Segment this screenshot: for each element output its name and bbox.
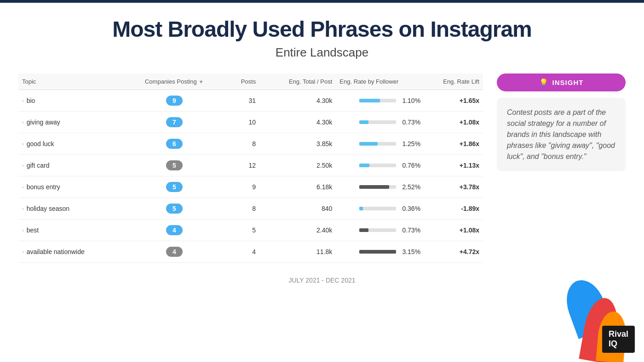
topic-label: giving away: [27, 119, 60, 126]
eng-bar-container: [359, 142, 396, 146]
posts-value: 31: [213, 90, 259, 112]
eng-rate-cell: 1.25%: [339, 140, 420, 147]
eng-total-value: 840: [259, 198, 336, 220]
sort-icon: ▼: [199, 79, 204, 85]
eng-bar-container: [359, 207, 396, 210]
rival-iq-logo: Rival IQ: [602, 326, 635, 353]
data-table: Topic Companies Posting ▼ Posts Eng. Tot…: [18, 74, 483, 263]
eng-bar-fill: [359, 120, 368, 124]
topic-label: available nationwide: [27, 248, 85, 255]
col-header-eng-total: Eng. Total / Post: [259, 74, 336, 90]
eng-lift-value: +1.08x: [424, 220, 483, 241]
table-row[interactable]: › giving away 7104.30k 0.73% +1.08x: [18, 112, 483, 133]
row-chevron[interactable]: ›: [22, 249, 24, 255]
eng-total-value: 6.18k: [259, 176, 336, 198]
main-content: Most Broadly Used Phrases on Instagram E…: [0, 3, 644, 293]
companies-badge: 5: [166, 204, 183, 214]
row-chevron[interactable]: ›: [22, 184, 24, 190]
eng-rate-value: 0.73%: [400, 119, 420, 126]
eng-rate-value: 0.73%: [400, 226, 420, 234]
posts-value: 8: [213, 198, 259, 220]
col-header-eng-rate: Eng. Rate by Follower: [336, 74, 424, 90]
companies-badge: 4: [166, 247, 183, 257]
footer-date: JULY 2021 - DEC 2021: [18, 277, 626, 284]
col-header-companies[interactable]: Companies Posting ▼: [136, 74, 213, 90]
eng-bar-container: [359, 185, 396, 189]
insight-panel: 💡 INSIGHT Contest posts are a part of th…: [497, 74, 626, 171]
eng-bar-fill: [359, 185, 389, 189]
eng-total-value: 2.50k: [259, 155, 336, 176]
table-row[interactable]: › good luck 683.85k 1.25% +1.86x: [18, 133, 483, 155]
row-chevron[interactable]: ›: [22, 227, 24, 233]
eng-total-value: 4.30k: [259, 90, 336, 112]
posts-value: 9: [213, 176, 259, 198]
col-header-eng-lift: Eng. Rate Lift: [424, 74, 483, 90]
bulb-icon: 💡: [539, 78, 549, 87]
companies-badge: 9: [166, 96, 183, 106]
table-row[interactable]: › bio 9314.30k 1.10% +1.65x: [18, 90, 483, 112]
table-row[interactable]: › best 452.40k 0.73% +1.08x: [18, 220, 483, 241]
col-header-posts: Posts: [213, 74, 259, 90]
eng-lift-value: +1.08x: [424, 112, 483, 133]
eng-bar-container: [359, 120, 396, 124]
col-header-topic: Topic: [18, 74, 136, 90]
row-chevron[interactable]: ›: [22, 119, 24, 125]
insight-badge: 💡 INSIGHT: [497, 74, 626, 91]
eng-bar-fill: [359, 142, 378, 146]
eng-bar-container: [359, 228, 396, 232]
table-row[interactable]: › holiday season 58840 0.36% -1.89x: [18, 198, 483, 220]
eng-bar-container: [359, 250, 396, 254]
eng-bar-container: [359, 99, 396, 102]
eng-total-value: 11.8k: [259, 241, 336, 263]
eng-rate-cell: 2.52%: [339, 183, 420, 191]
eng-bar-fill: [359, 250, 396, 254]
eng-lift-value: +1.65x: [424, 90, 483, 112]
posts-value: 10: [213, 112, 259, 133]
companies-badge: 4: [166, 225, 183, 235]
eng-total-value: 3.85k: [259, 133, 336, 155]
table-row[interactable]: › gift card 5122.50k 0.76% +1.13x: [18, 155, 483, 176]
table-row[interactable]: › available nationwide 4411.8k 3.15% +4.…: [18, 241, 483, 263]
posts-value: 8: [213, 133, 259, 155]
eng-lift-value: +3.78x: [424, 176, 483, 198]
insight-text: Contest posts are a part of the social s…: [507, 107, 615, 162]
posts-value: 5: [213, 220, 259, 241]
eng-lift-value: +1.86x: [424, 133, 483, 155]
eng-rate-value: 1.25%: [400, 140, 420, 147]
eng-total-value: 4.30k: [259, 112, 336, 133]
eng-rate-cell: 3.15%: [339, 248, 420, 255]
page-title: Most Broadly Used Phrases on Instagram: [18, 17, 626, 42]
eng-rate-value: 1.10%: [400, 97, 420, 104]
eng-rate-value: 0.36%: [400, 205, 420, 212]
topic-label: best: [27, 226, 39, 234]
posts-value: 4: [213, 241, 259, 263]
eng-bar-container: [359, 164, 396, 167]
page-subtitle: Entire Landscape: [18, 45, 626, 60]
topic-label: good luck: [27, 140, 54, 147]
table-section: Topic Companies Posting ▼ Posts Eng. Tot…: [18, 74, 483, 263]
eng-bar-fill: [359, 228, 368, 232]
row-chevron[interactable]: ›: [22, 206, 24, 211]
topic-label: bonus entry: [27, 183, 60, 191]
row-chevron[interactable]: ›: [22, 98, 24, 103]
insight-card: Contest posts are a part of the social s…: [497, 98, 626, 171]
eng-lift-value: +4.72x: [424, 241, 483, 263]
posts-value: 12: [213, 155, 259, 176]
row-chevron[interactable]: ›: [22, 163, 24, 168]
content-area: Topic Companies Posting ▼ Posts Eng. Tot…: [18, 74, 626, 263]
eng-rate-cell: 0.73%: [339, 226, 420, 234]
companies-badge: 5: [166, 160, 183, 170]
companies-badge: 7: [166, 117, 183, 127]
eng-lift-value: +1.13x: [424, 155, 483, 176]
eng-rate-value: 2.52%: [400, 183, 420, 191]
eng-rate-cell: 0.36%: [339, 205, 420, 212]
eng-bar-fill: [359, 164, 369, 167]
eng-rate-value: 0.76%: [400, 162, 420, 169]
topic-label: bio: [27, 97, 35, 104]
companies-badge: 6: [166, 139, 183, 149]
topic-label: holiday season: [27, 205, 69, 212]
eng-rate-value: 3.15%: [400, 248, 420, 255]
row-chevron[interactable]: ›: [22, 141, 24, 147]
eng-total-value: 2.40k: [259, 220, 336, 241]
table-row[interactable]: › bonus entry 596.18k 2.52% +3.78x: [18, 176, 483, 198]
